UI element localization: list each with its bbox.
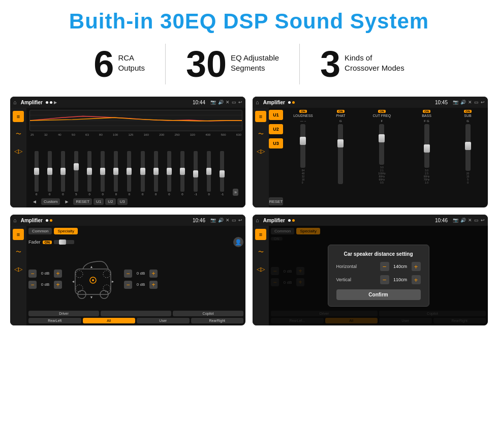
eq-sidebar-icon-sliders[interactable]: ≡ xyxy=(13,111,24,122)
vol-minus-fl[interactable]: − xyxy=(28,270,37,278)
eq-slider-2: 0 xyxy=(57,151,69,196)
eq-prev-btn[interactable]: ◄ xyxy=(29,198,40,205)
slider-thumb-6[interactable] xyxy=(113,168,118,175)
eq-u2-btn[interactable]: U2 xyxy=(105,198,115,205)
double-arrow-btn[interactable]: » xyxy=(233,189,238,196)
slider-thumb-9[interactable] xyxy=(153,168,159,175)
slider-thumb-7[interactable] xyxy=(127,168,132,175)
dialog-sidebar-sliders[interactable]: ≡ xyxy=(255,229,266,240)
horizontal-plus-btn[interactable]: + xyxy=(412,262,421,271)
vol-plus-fl[interactable]: + xyxy=(54,270,62,278)
cutfreq-thumb[interactable] xyxy=(379,134,385,142)
stat-text-eq: EQ Adjustable Segments xyxy=(231,46,279,73)
home-icon[interactable]: ⌂ xyxy=(13,99,17,105)
amp-sidebar-wave[interactable]: 〜 xyxy=(255,128,266,139)
horizontal-minus-btn[interactable]: − xyxy=(380,262,389,271)
eq-sidebar-icon-vol[interactable]: ◁▷ xyxy=(13,145,24,157)
slider-thumb-13[interactable] xyxy=(206,168,211,175)
dialog-sidebar-wave[interactable]: 〜 xyxy=(255,246,266,257)
dialog-status-bar: ⌂ Amplifier 10:46 📷 🔊 ✕ ▭ ↩ xyxy=(253,215,488,226)
fader-label: Fader xyxy=(28,240,41,245)
eq-u1-btn[interactable]: U1 xyxy=(94,198,104,205)
bass-slider[interactable] xyxy=(424,124,429,168)
amp-reset-btn[interactable]: RESET xyxy=(269,197,283,205)
fader-tab-common[interactable]: Common xyxy=(28,228,52,234)
amp-dot1 xyxy=(288,101,291,104)
amp-sidebar-vol[interactable]: ◁▷ xyxy=(255,145,266,157)
amp-dots xyxy=(288,101,295,104)
svg-text:◄: ◄ xyxy=(72,280,75,283)
slider-thumb-1[interactable] xyxy=(47,168,52,175)
amp-sidebar: ≡ 〜 ◁▷ xyxy=(253,108,269,207)
fader-tab-specialty[interactable]: Specialty xyxy=(54,228,77,234)
fader-rearright-btn[interactable]: RearRight xyxy=(191,318,244,323)
dialog-sidebar-vol[interactable]: ◁▷ xyxy=(255,263,266,275)
eq-double-arrow: » xyxy=(230,189,241,196)
slider-thumb-14[interactable] xyxy=(220,170,225,177)
amp-u3-btn[interactable]: U3 xyxy=(269,138,283,148)
fader-h-track[interactable] xyxy=(54,240,74,244)
vertical-plus-btn[interactable]: + xyxy=(412,275,421,284)
fader-bottom-buttons2: RearLeft All User RearRight xyxy=(28,318,243,323)
eq-reset-btn[interactable]: RESET xyxy=(73,198,92,205)
phat-slider[interactable] xyxy=(338,124,343,184)
cutfreq-scale: 3.0 2.1 100Hz 80Hz 60Hz 0.5 xyxy=(378,166,385,184)
eq-slider-6: 0 xyxy=(110,151,122,196)
close-icon: ✕ xyxy=(226,100,230,105)
amp-time: 10:45 xyxy=(435,100,448,105)
fader-dot2 xyxy=(50,219,52,222)
bass-thumb[interactable] xyxy=(424,144,430,153)
sub-slider[interactable] xyxy=(465,124,471,171)
vol-minus-rr[interactable]: − xyxy=(124,281,132,289)
amp-content: ≡ 〜 ◁▷ U1 U2 U3 ON xyxy=(253,108,488,207)
slider-thumb-8[interactable] xyxy=(140,168,145,175)
amp-u1-btn[interactable]: U1 xyxy=(269,110,283,120)
amp-u2-btn[interactable]: U2 xyxy=(269,124,283,134)
dialog-dot2 xyxy=(292,219,295,222)
slider-thumb-5[interactable] xyxy=(100,168,105,175)
fader-user-btn[interactable]: User xyxy=(137,318,190,323)
vol-plus-rl[interactable]: + xyxy=(54,281,62,289)
eq-next-btn[interactable]: ► xyxy=(61,198,72,205)
window-icon: ▭ xyxy=(232,100,236,105)
dialog-back-icon[interactable]: ↩ xyxy=(481,218,485,223)
fader-sidebar-vol[interactable]: ◁▷ xyxy=(13,263,24,275)
dialog-home-icon[interactable]: ⌂ xyxy=(256,217,259,223)
loudness-thumb[interactable] xyxy=(300,137,306,145)
amp-home-icon[interactable]: ⌂ xyxy=(256,99,259,105)
fader-sidebar-wave[interactable]: 〜 xyxy=(13,246,24,257)
fader-driver-btn[interactable]: Driver xyxy=(28,311,99,316)
vol-plus-fr[interactable]: + xyxy=(149,270,158,278)
fader-rearleft-btn[interactable]: RearLeft xyxy=(28,318,81,323)
eq-sidebar-icon-wave[interactable]: 〜 xyxy=(13,128,24,139)
slider-thumb-4[interactable] xyxy=(87,168,92,175)
slider-thumb-10[interactable] xyxy=(167,168,172,175)
fader-sidebar-sliders[interactable]: ≡ xyxy=(13,229,24,240)
slider-thumb-11[interactable] xyxy=(180,168,185,175)
back-icon[interactable]: ↩ xyxy=(238,100,242,105)
loudness-slider[interactable] xyxy=(300,124,305,168)
fader-copilot-btn[interactable]: Copilot xyxy=(173,311,243,316)
fader-h-thumb[interactable] xyxy=(59,240,66,245)
slider-thumb-3[interactable] xyxy=(74,163,79,170)
vol-plus-rr[interactable]: + xyxy=(149,281,158,289)
cutfreq-slider[interactable] xyxy=(379,124,384,165)
slider-thumb-0[interactable] xyxy=(34,168,39,175)
fader-home-icon[interactable]: ⌂ xyxy=(13,217,17,223)
vertical-minus-btn[interactable]: − xyxy=(380,275,389,284)
vol-minus-fr[interactable]: − xyxy=(124,270,132,278)
eq-u3-btn[interactable]: U3 xyxy=(117,198,128,205)
confirm-button[interactable]: Confirm xyxy=(336,289,421,300)
play-icon[interactable]: ▶ xyxy=(54,100,57,105)
fader-back-icon[interactable]: ↩ xyxy=(238,218,242,223)
sub-thumb[interactable] xyxy=(465,142,471,150)
vol-minus-rl[interactable]: − xyxy=(28,281,37,289)
slider-thumb-2[interactable] xyxy=(60,168,66,175)
amp-back-icon[interactable]: ↩ xyxy=(481,100,485,105)
slider-thumb-12[interactable] xyxy=(193,170,198,177)
amp-sidebar-sliders[interactable]: ≡ xyxy=(255,111,266,122)
eq-custom-btn[interactable]: Custom xyxy=(41,198,60,205)
fader-all-btn[interactable]: All xyxy=(83,318,136,323)
phat-thumb[interactable] xyxy=(337,139,344,147)
bass-fg: F G xyxy=(424,120,429,123)
